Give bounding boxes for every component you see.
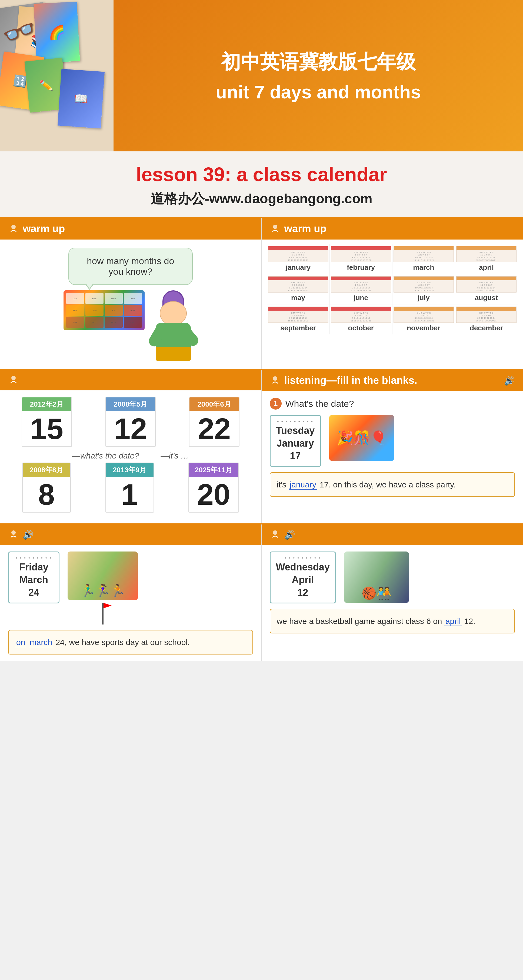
warmup-right-header: warm up bbox=[262, 218, 523, 240]
cal-dots-sports: ● ● ● ● ● ● ● ● ● bbox=[14, 556, 53, 559]
listening-panel-header: listening—fill in the blanks. 🔊 bbox=[262, 370, 523, 391]
svg-point-5 bbox=[273, 530, 277, 535]
dates-panel: 2012年2月 15 2008年5月 12 2000年6月 22 —what's… bbox=[0, 370, 262, 523]
date-box-5: 2013年9月 1 bbox=[105, 463, 154, 512]
flag-pole bbox=[102, 603, 103, 625]
q1-text: What's the date? bbox=[285, 398, 354, 409]
jul-label: july bbox=[418, 294, 430, 302]
q1-number: 1 bbox=[270, 398, 281, 410]
date-num-2: 12 bbox=[106, 411, 155, 446]
ans-rest-1: 17. on this day, we have a class party. bbox=[317, 480, 456, 489]
photo-6: 📖 bbox=[57, 69, 105, 129]
jan-mini-cal: S M T W T F S 1 2 3 4 5 6 7 8 9 10 11 12… bbox=[268, 246, 328, 262]
party-picture: 🎉🎊🎈 bbox=[329, 415, 394, 461]
flag-area bbox=[102, 603, 103, 625]
photos-collage: 📚 🌈 🔢 ✏️ 📖 👓 bbox=[0, 0, 113, 151]
cal-dots-bball: ● ● ● ● ● ● ● ● ● bbox=[276, 556, 330, 559]
mar-mini-cal: S M T W T F S 1 2 3 4 5 6 7 8 9 10 11 12… bbox=[394, 246, 454, 262]
cal-card-sports: ● ● ● ● ● ● ● ● ● Friday March 24 bbox=[8, 552, 59, 603]
website-text: 道格办公-www.daogebangong.com bbox=[11, 188, 512, 215]
date-num-1: 15 bbox=[22, 411, 72, 446]
runners-picture bbox=[68, 552, 138, 600]
month-august: S M T W T F S 1 2 3 4 5 6 7 8 9 10 11 12… bbox=[455, 274, 518, 304]
mar-label: march bbox=[413, 263, 434, 272]
month-july: S M T W T F S 1 2 3 4 5 6 7 8 9 10 11 12… bbox=[393, 274, 455, 304]
its-text: —it's … bbox=[161, 451, 189, 460]
sep-mini-cal: S M T W T F S 1 2 3 4 5 6 7 8 9 10 11 12… bbox=[268, 307, 328, 323]
svg-point-1 bbox=[273, 225, 277, 229]
dec-label: december bbox=[470, 324, 503, 332]
cal-card-basketball: ● ● ● ● ● ● ● ● ● Wednesday April 12 bbox=[270, 552, 336, 603]
row2-panels: 2012年2月 15 2008年5月 12 2000年6月 22 —what's… bbox=[0, 369, 523, 523]
ornament-icon bbox=[8, 224, 19, 234]
cal-dots-1: ● ● ● ● ● ● ● ● ● bbox=[276, 420, 315, 423]
center-text-area: lesson 39: a class calendar 道格办公-www.dao… bbox=[0, 151, 523, 217]
date-box-1: 2012年2月 15 bbox=[22, 397, 72, 447]
q1-content-row: ● ● ● ● ● ● ● ● ● Tuesday January 17 🎉🎊🎈 bbox=[270, 415, 515, 467]
month-january: S M T W T F S 1 2 3 4 5 6 7 8 9 10 11 12… bbox=[267, 244, 330, 274]
months-row-2: S M T W T F S 1 2 3 4 5 6 7 8 9 10 11 12… bbox=[267, 274, 518, 304]
bball-ans-text: we have a basketball game against class … bbox=[277, 617, 444, 625]
bball-cal-line2: April bbox=[276, 574, 330, 586]
basketball-picture bbox=[344, 552, 409, 603]
date-box-2: 2008年5月 12 bbox=[105, 397, 156, 447]
runners-area bbox=[68, 552, 138, 625]
dates-row1: 2012年2月 15 2008年5月 12 2000年6月 22 bbox=[8, 397, 253, 447]
date-label-2: 2008年5月 bbox=[106, 398, 155, 411]
bball-cal-line3: 12 bbox=[276, 586, 330, 599]
basketball-content-row: ● ● ● ● ● ● ● ● ● Wednesday April 12 bbox=[270, 552, 515, 603]
question-1-row: 1 What's the date? bbox=[270, 398, 515, 410]
jan-label: january bbox=[286, 263, 311, 272]
on-word: on bbox=[15, 638, 26, 647]
month-december: S M T W T F S 1 2 3 4 5 6 7 8 9 10 11 12… bbox=[455, 304, 518, 334]
answer-box-basketball: we have a basketball game against class … bbox=[270, 609, 515, 633]
cal-line2: January bbox=[276, 437, 315, 450]
month-may: S M T W T F S 1 2 3 4 5 6 7 8 9 10 11 12… bbox=[267, 274, 330, 304]
ornament4-icon bbox=[270, 375, 281, 386]
header-orange-bg: 初中英语冀教版七年级 unit 7 days and months bbox=[113, 0, 523, 151]
flag bbox=[103, 603, 111, 608]
month-april: S M T W T F S 1 2 3 4 5 6 7 8 9 10 11 12… bbox=[455, 244, 518, 274]
oct-mini-cal: S M T W T F S 1 2 3 4 5 6 7 8 9 10 11 12… bbox=[331, 307, 391, 323]
basketball-panel: 🔊 ● ● ● ● ● ● ● ● ● Wednesday April 12 w… bbox=[262, 525, 523, 661]
feb-label: february bbox=[347, 263, 375, 272]
jun-mini-cal: S M T W T F S 1 2 3 4 5 6 7 8 9 10 11 12… bbox=[331, 276, 391, 293]
svg-point-3 bbox=[273, 376, 277, 381]
listening-label: listening—fill in the blanks. bbox=[285, 375, 417, 386]
answer-box-1: it's january 17. on this day, we have a … bbox=[270, 472, 515, 497]
cal-line1: Tuesday bbox=[276, 425, 315, 437]
warmup-left-header: warm up bbox=[0, 218, 261, 240]
dec-mini-cal: S M T W T F S 1 2 3 4 5 6 7 8 9 10 11 12… bbox=[456, 307, 517, 323]
date-box-3: 2000年6月 22 bbox=[189, 397, 239, 447]
oct-label: october bbox=[348, 324, 374, 332]
may-label: may bbox=[291, 294, 305, 302]
bball-month-word: april bbox=[444, 617, 462, 626]
warmup-right-label: warm up bbox=[285, 223, 326, 235]
feb-mini-cal: S M T W T F S 1 2 3 4 5 6 7 8 9 10 11 12… bbox=[331, 246, 391, 262]
bball-cal-line1: Wednesday bbox=[276, 561, 330, 574]
dates-row2: 2008年8月 8 2013年9月 1 2025年11月 20 bbox=[8, 463, 253, 512]
cal-card-1: ● ● ● ● ● ● ● ● ● Tuesday January 17 bbox=[270, 415, 321, 467]
date-num-5: 1 bbox=[113, 477, 146, 512]
warmup-right-panel: warm up S M T W T F S 1 2 3 4 5 6 7 8 9 … bbox=[262, 218, 523, 369]
svg-point-4 bbox=[11, 530, 16, 535]
jul-mini-cal: S M T W T F S 1 2 3 4 5 6 7 8 9 10 11 12… bbox=[394, 276, 454, 293]
date-num-6: 20 bbox=[189, 477, 238, 512]
months-row-1: S M T W T F S 1 2 3 4 5 6 7 8 9 10 11 12… bbox=[267, 244, 518, 274]
ornament3-icon bbox=[8, 375, 19, 385]
ornament6-icon bbox=[270, 529, 281, 540]
speaker-icon: 🔊 bbox=[504, 375, 515, 386]
date-label-4: 2008年8月 bbox=[23, 463, 70, 477]
speaker2-icon: 🔊 bbox=[23, 530, 33, 540]
jun-label: june bbox=[353, 294, 368, 302]
date-box-4: 2008年8月 8 bbox=[22, 463, 71, 512]
dwarf-character bbox=[149, 290, 197, 361]
date-label-1: 2012年2月 bbox=[22, 398, 72, 411]
listening-body: 1 What's the date? ● ● ● ● ● ● ● ● ● Tue… bbox=[262, 391, 523, 503]
ans-word-1: january bbox=[289, 480, 317, 490]
date-box-6: 2025年11月 20 bbox=[188, 463, 238, 512]
dates-panel-header bbox=[0, 370, 261, 390]
apr-mini-cal: S M T W T F S 1 2 3 4 5 6 7 8 9 10 11 12… bbox=[456, 246, 517, 262]
date-label-6: 2025年11月 bbox=[189, 463, 238, 477]
date-label-3: 2000年6月 bbox=[189, 398, 238, 411]
